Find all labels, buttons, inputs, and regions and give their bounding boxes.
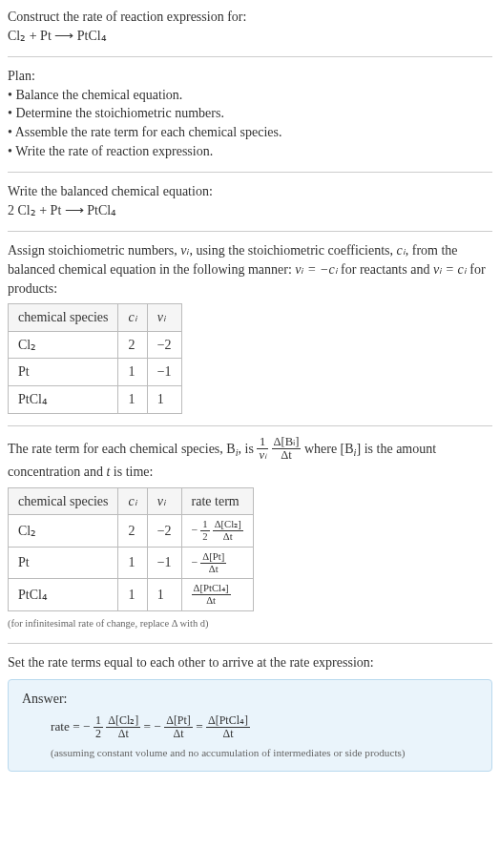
table-cell: 2 <box>118 515 147 548</box>
c-i: cᵢ <box>397 243 406 258</box>
table-cell: 1 <box>147 385 181 413</box>
fraction: Δ[Pt]Δt <box>200 551 226 575</box>
frac-den: 2 <box>200 531 209 543</box>
plan-item: • Assemble the rate term for each chemic… <box>8 123 492 142</box>
table-header-text: cᵢ <box>128 310 136 324</box>
balanced-heading: Write the balanced chemical equation: <box>8 182 492 201</box>
fraction: Δ[PtCl₄]Δt <box>206 714 250 740</box>
frac-den: Δt <box>206 728 250 740</box>
table-cell: − 12 Δ[Cl₂]Δt <box>181 515 253 548</box>
eq-prod: νᵢ = cᵢ <box>433 262 467 277</box>
divider <box>8 172 492 173</box>
plan-item: • Write the rate of reaction expression. <box>8 142 492 161</box>
assign-text: , using the stoichiometric coefficients, <box>189 243 396 258</box>
table-header-row: chemical species cᵢ νᵢ rate term <box>9 487 254 515</box>
plan-section: Plan: • Balance the chemical equation. •… <box>8 67 492 160</box>
table-header: νᵢ <box>147 304 181 332</box>
table-cell: 1 <box>118 547 147 579</box>
table-header: cᵢ <box>118 487 147 515</box>
equals-sign: = <box>196 719 206 734</box>
frac-den: 2 <box>94 728 103 740</box>
plan-item-text: Assemble the rate term for each chemical… <box>15 125 282 139</box>
table-cell: 1 <box>147 579 181 611</box>
table-cell: Δ[PtCl₄]Δt <box>181 579 253 611</box>
frac-num: Δ[Pt] <box>164 714 193 728</box>
frac-den: Δt <box>164 728 193 740</box>
table-header: chemical species <box>9 304 118 332</box>
minus-sign: − <box>192 555 198 568</box>
fraction: Δ[Cl₂]Δt <box>213 519 243 543</box>
table-row: Pt 1 −1 − Δ[Pt]Δt <box>9 547 254 579</box>
table-cell: Cl₂ <box>9 515 118 548</box>
table-header-text: νᵢ <box>157 494 166 508</box>
rate-table: chemical species cᵢ νᵢ rate term Cl₂ 2 −… <box>8 487 254 611</box>
divider <box>8 643 492 644</box>
rate-term-text: The rate term for each chemical species,… <box>8 441 236 455</box>
rate-term-text: is time: <box>110 465 153 479</box>
frac-den: Δt <box>213 531 243 543</box>
frac-num: Δ[PtCl₄] <box>206 714 250 728</box>
assign-text: Assign stoichiometric numbers, <box>8 243 180 258</box>
table-header: rate term <box>181 487 253 515</box>
balanced-section: Write the balanced chemical equation: 2 … <box>8 182 492 219</box>
table-cell: − Δ[Pt]Δt <box>181 547 253 579</box>
intro-section: Construct the rate of reaction expressio… <box>8 8 492 45</box>
table-row: PtCl₄ 1 1 <box>9 385 182 413</box>
table-cell: PtCl₄ <box>9 385 118 413</box>
answer-box: Answer: rate = − 12 Δ[Cl₂]Δt = − Δ[Pt]Δt… <box>8 679 492 772</box>
fraction: Δ[Pt]Δt <box>164 714 193 740</box>
divider <box>8 231 492 232</box>
assign-text: for reactants and <box>338 262 433 277</box>
set-equal-section: Set the rate terms equal to each other t… <box>8 653 492 772</box>
divider <box>8 425 492 426</box>
plan-item: • Determine the stoichiometric numbers. <box>8 104 492 123</box>
rate-prefix: rate = − <box>51 719 91 734</box>
frac-num: Δ[Pt] <box>200 551 226 564</box>
answer-rate-expression: rate = − 12 Δ[Cl₂]Δt = − Δ[Pt]Δt = Δ[PtC… <box>51 714 478 740</box>
table-header-text: cᵢ <box>128 494 136 508</box>
table-cell: 2 <box>118 331 147 359</box>
frac-den: Δt <box>106 728 140 740</box>
divider <box>8 56 492 57</box>
plan-item: • Balance the chemical equation. <box>8 86 492 105</box>
frac-num: 1 <box>257 436 268 450</box>
fraction: Δ[Bᵢ]Δt <box>272 436 302 464</box>
balanced-equation: 2 Cl₂ + Pt ⟶ PtCl₄ <box>8 201 492 220</box>
table-cell: Pt <box>9 547 118 579</box>
rate-term-section: The rate term for each chemical species,… <box>8 436 492 631</box>
table-header: chemical species <box>9 487 118 515</box>
table-cell: Cl₂ <box>9 331 118 359</box>
fraction: 1νᵢ <box>257 436 268 464</box>
table-header-row: chemical species cᵢ νᵢ <box>9 304 182 332</box>
table-cell: PtCl₄ <box>9 579 118 611</box>
stoich-table: chemical species cᵢ νᵢ Cl₂ 2 −2 Pt 1 −1 … <box>8 303 182 413</box>
fraction: 12 <box>200 519 209 543</box>
plan-item-text: Balance the chemical equation. <box>15 88 182 102</box>
rate-term-text: , is <box>239 441 258 455</box>
table-row: Cl₂ 2 −2 − 12 Δ[Cl₂]Δt <box>9 515 254 548</box>
table-header: cᵢ <box>118 304 147 332</box>
equals-sign: = − <box>144 719 161 734</box>
infinitesimal-note: (for infinitesimal rate of change, repla… <box>8 617 492 631</box>
table-row: PtCl₄ 1 1 Δ[PtCl₄]Δt <box>9 579 254 611</box>
set-equal-text: Set the rate terms equal to each other t… <box>8 653 492 672</box>
frac-den: Δt <box>272 449 302 463</box>
table-row: Pt 1 −1 <box>9 359 182 386</box>
rate-term-text: where [B <box>304 441 354 455</box>
minus-sign: − <box>192 523 198 536</box>
table-cell: 1 <box>118 359 147 386</box>
plan-heading: Plan: <box>8 67 492 86</box>
frac-den: Δt <box>200 564 226 575</box>
plan-item-text: Determine the stoichiometric numbers. <box>15 106 224 120</box>
fraction: Δ[Cl₂]Δt <box>106 714 140 740</box>
eq-react: νᵢ = −cᵢ <box>295 262 337 277</box>
frac-num: Δ[Bᵢ] <box>272 436 302 450</box>
table-cell: Pt <box>9 359 118 386</box>
answer-note: (assuming constant volume and no accumul… <box>51 746 478 761</box>
table-cell: −1 <box>147 359 181 386</box>
table-header: νᵢ <box>147 487 181 515</box>
fraction: Δ[PtCl₄]Δt <box>192 583 231 607</box>
table-row: Cl₂ 2 −2 <box>9 331 182 359</box>
plan-item-text: Write the rate of reaction expression. <box>15 144 213 158</box>
frac-den: νᵢ <box>257 449 268 463</box>
